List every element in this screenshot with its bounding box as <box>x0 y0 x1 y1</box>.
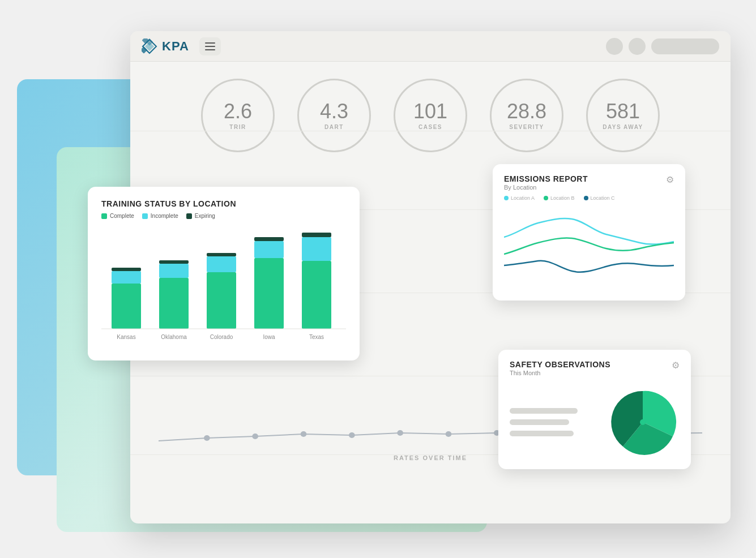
hamburger-line-1 <box>205 42 215 44</box>
emissions-legend: Location A Location B Location C <box>504 195 674 201</box>
safety-subtitle: This Month <box>510 370 610 376</box>
legend-incomplete-dot <box>142 213 148 219</box>
svg-point-36 <box>640 419 646 425</box>
hamburger-line-3 <box>205 49 215 50</box>
svg-text:Texas: Texas <box>309 334 324 340</box>
emissions-legend-label-2: Location B <box>550 195 575 201</box>
hamburger-line-2 <box>205 46 215 47</box>
training-bar-chart: Kansas Oklahoma Colorado Iowa Texas <box>101 227 346 346</box>
metric-days-away-label: DAYS AWAY <box>603 124 643 130</box>
metric-severity-label: SEVERITY <box>509 124 544 130</box>
svg-rect-19 <box>159 264 189 278</box>
svg-rect-28 <box>302 237 331 261</box>
svg-rect-20 <box>159 260 189 264</box>
emissions-legend-1: Location A <box>504 195 535 201</box>
legend-expiring-label: Expiring <box>195 213 215 219</box>
emissions-legend-dot-2 <box>544 196 548 200</box>
svg-rect-25 <box>254 241 284 258</box>
safety-line-1 <box>510 408 578 414</box>
metric-trir-label: TRIR <box>229 124 246 130</box>
svg-rect-27 <box>302 261 331 329</box>
emissions-gear-icon[interactable]: ⚙ <box>666 174 674 185</box>
svg-point-9 <box>397 430 403 436</box>
svg-rect-18 <box>159 278 189 329</box>
svg-point-5 <box>204 435 210 441</box>
svg-rect-22 <box>207 256 236 272</box>
emissions-legend-2: Location B <box>544 195 575 201</box>
safety-content <box>510 385 680 459</box>
topbar-circle-1[interactable] <box>606 38 623 55</box>
legend-complete: Complete <box>101 213 134 219</box>
metric-days-away: 581 DAYS AWAY <box>586 79 660 152</box>
svg-point-7 <box>301 431 307 437</box>
browser-topbar: KPA <box>130 31 731 62</box>
emissions-legend-dot-1 <box>504 196 509 200</box>
svg-point-6 <box>252 433 258 439</box>
safety-line-2 <box>510 419 569 425</box>
svg-rect-26 <box>254 237 284 241</box>
menu-button[interactable] <box>199 37 221 55</box>
metric-days-away-value: 581 <box>606 101 640 122</box>
metric-dart: 4.3 DART <box>297 79 371 152</box>
svg-rect-24 <box>254 258 284 329</box>
safety-line-3 <box>510 431 574 436</box>
legend-incomplete: Incomplete <box>142 213 178 219</box>
emissions-legend-label-1: Location A <box>511 195 535 201</box>
safety-lines-container <box>510 408 595 436</box>
training-legend: Complete Incomplete Expiring <box>101 213 346 219</box>
emissions-title: EMISSIONS REPORT <box>504 174 588 183</box>
svg-text:Oklahoma: Oklahoma <box>161 334 187 340</box>
topbar-right-controls <box>606 38 719 55</box>
metric-cases: 101 CASES <box>394 79 467 152</box>
metric-cases-label: CASES <box>418 124 442 130</box>
emissions-card-titles: EMISSIONS REPORT By Location <box>504 174 588 191</box>
legend-complete-dot <box>101 213 107 219</box>
svg-rect-21 <box>207 272 236 329</box>
legend-incomplete-label: Incomplete <box>151 213 178 219</box>
emissions-legend-3: Location C <box>584 195 615 201</box>
svg-rect-29 <box>302 233 331 237</box>
svg-text:Kansas: Kansas <box>117 334 135 340</box>
emissions-card-header: EMISSIONS REPORT By Location ⚙ <box>504 174 674 191</box>
emissions-line-chart <box>504 203 674 288</box>
safety-card-header: SAFETY OBSERVATIONS This Month ⚙ <box>510 360 680 376</box>
emissions-legend-label-3: Location C <box>591 195 615 201</box>
svg-text:Colorado: Colorado <box>210 334 233 340</box>
safety-gear-icon[interactable]: ⚙ <box>672 360 680 371</box>
topbar-circle-2[interactable] <box>629 38 646 55</box>
safety-title: SAFETY OBSERVATIONS <box>510 360 610 369</box>
legend-expiring-dot <box>186 213 192 219</box>
emissions-legend-dot-3 <box>584 196 588 200</box>
svg-rect-15 <box>112 284 141 329</box>
training-status-card: TRAINING STATUS BY LOCATION Complete Inc… <box>88 187 360 360</box>
safety-card-titles: SAFETY OBSERVATIONS This Month <box>510 360 610 376</box>
metric-dart-value: 4.3 <box>320 101 348 122</box>
svg-point-10 <box>446 431 452 437</box>
legend-expiring: Expiring <box>186 213 215 219</box>
svg-point-8 <box>349 432 355 438</box>
svg-rect-16 <box>112 271 141 284</box>
kpa-brand-text: KPA <box>162 39 189 54</box>
svg-rect-23 <box>207 253 236 256</box>
kpa-logo: KPA <box>142 38 189 54</box>
metric-trir: 2.6 TRIR <box>201 79 275 152</box>
metric-trir-value: 2.6 <box>224 101 252 122</box>
metrics-row: 2.6 TRIR 4.3 DART 101 CASES 28.8 SEVERIT… <box>130 62 731 164</box>
legend-complete-label: Complete <box>110 213 134 219</box>
training-card-title: TRAINING STATUS BY LOCATION <box>101 199 346 208</box>
metric-cases-value: 101 <box>413 101 447 122</box>
metric-dart-label: DART <box>324 124 344 130</box>
topbar-search-pill[interactable] <box>651 38 719 54</box>
safety-pie-chart <box>606 385 680 459</box>
safety-observations-card: SAFETY OBSERVATIONS This Month ⚙ <box>498 350 691 469</box>
emissions-subtitle: By Location <box>504 184 588 191</box>
emissions-report-card: EMISSIONS REPORT By Location ⚙ Location … <box>493 164 685 301</box>
kpa-diamond-icon <box>142 38 157 54</box>
metric-severity: 28.8 SEVERITY <box>490 79 563 152</box>
metric-severity-value: 28.8 <box>507 101 546 122</box>
svg-text:Iowa: Iowa <box>263 334 275 340</box>
svg-rect-17 <box>112 268 141 271</box>
